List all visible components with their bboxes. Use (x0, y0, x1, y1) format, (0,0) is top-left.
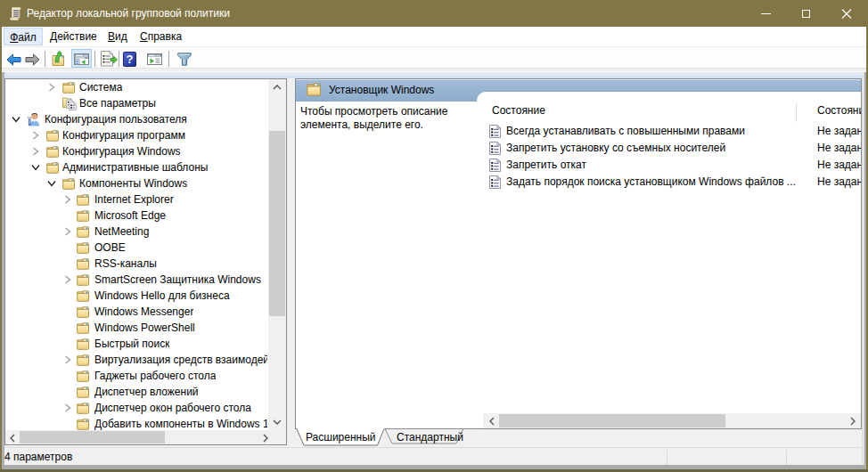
svg-text:Стандартный: Стандартный (397, 431, 463, 444)
svg-text:Расширенный: Расширенный (306, 431, 376, 444)
svg-text:?: ? (127, 53, 134, 66)
